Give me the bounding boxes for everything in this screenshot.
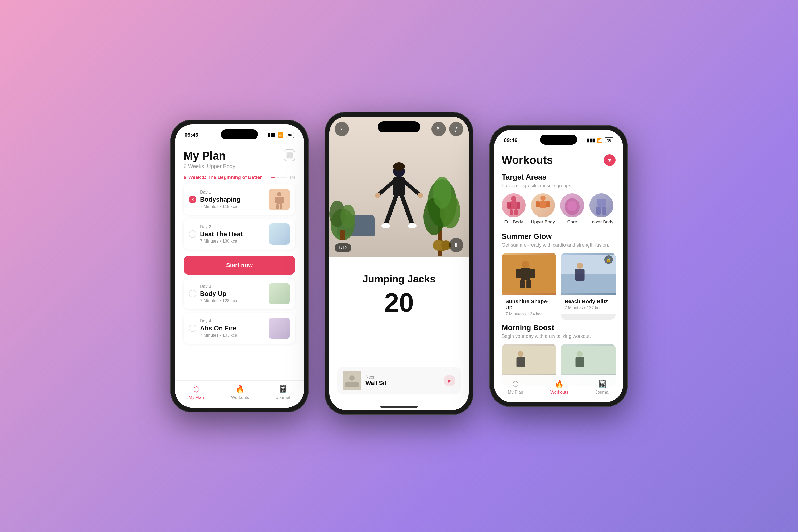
workout-sunshine[interactable]: Sunshine Shape-Up 7 Minutes • 134 kcal — [502, 253, 556, 320]
core-circle — [560, 193, 584, 217]
day-thumb-4 — [269, 318, 290, 339]
wifi-icon: 📶 — [278, 132, 284, 138]
day-thumb-1 — [269, 189, 290, 210]
svg-rect-58 — [575, 269, 585, 281]
sunshine-info: Sunshine Shape-Up 7 Minutes • 134 kcal — [502, 295, 556, 320]
workouts-tab-icon-1: 🔥 — [235, 385, 245, 394]
dynamic-island-2 — [378, 121, 420, 132]
core-label: Core — [567, 220, 577, 225]
day-thumb-3 — [269, 283, 290, 304]
tab-workouts-3[interactable]: 🔥 Workouts — [550, 380, 568, 395]
workouts-header: Workouts ♥ — [502, 154, 615, 167]
sunshine-img — [502, 253, 556, 295]
svg-rect-31 — [345, 382, 359, 387]
battery-icon-3: 96 — [605, 137, 613, 144]
phone-myplan: 09:46 ▮▮▮ 📶 96 My Plan ⬜ 6 Weeks: Upper … — [170, 120, 308, 412]
next-exercise[interactable]: Next Wall Sit ▶ — [337, 367, 461, 394]
next-info: Next Wall Sit — [365, 375, 439, 386]
signal-icon: ▮▮▮ — [268, 132, 276, 138]
svg-rect-6 — [280, 204, 283, 209]
tab-journal-1[interactable]: 📓 Journal — [276, 385, 290, 400]
day-check-1: ✕ — [189, 196, 196, 203]
svg-rect-10 — [341, 230, 345, 241]
day-meta-4: 7 Minutes • 103 kcal — [200, 333, 269, 338]
pause-button[interactable]: ⏸ — [449, 238, 463, 252]
tab-workouts-1[interactable]: 🔥 Workouts — [231, 385, 249, 400]
tab-myplan-label-1: My Plan — [189, 395, 204, 400]
next-play-button[interactable]: ▶ — [444, 375, 455, 386]
sunshine-name: Sunshine Shape-Up — [506, 299, 553, 311]
exercise-name: Jumping Jacks — [363, 273, 436, 285]
plan-subtitle: 6 Weeks: Upper Body — [184, 163, 295, 169]
refresh-button[interactable]: ↻ — [432, 122, 446, 136]
lowerbody-label: Lower Body — [589, 220, 613, 225]
tab-journal-3[interactable]: 📓 Journal — [595, 380, 609, 395]
day-name-3: Body Up — [200, 290, 269, 298]
svg-point-9 — [341, 205, 355, 228]
day-name-2: Beat The Heat — [200, 230, 269, 238]
target-upperbody[interactable]: Upper Body — [531, 193, 555, 225]
svg-point-28 — [408, 223, 417, 228]
thumb-abs — [269, 318, 290, 339]
myplan-header: My Plan ⬜ — [184, 150, 295, 162]
workout-beach[interactable]: 🔒 Beach Body Blitz 7 Minutes • 132 kcal — [561, 253, 615, 320]
day-card-1[interactable]: ✕ Day 1 Bodyshaping 7 Minutes • 118 kcal — [184, 184, 295, 215]
heart-icon[interactable]: ♥ — [604, 154, 615, 166]
target-core[interactable]: Core — [560, 193, 584, 225]
target-lowerbody[interactable]: Lower Body — [589, 193, 613, 225]
tab-workouts-label-3: Workouts — [550, 390, 568, 395]
settings-icon[interactable]: ⬜ — [284, 150, 295, 161]
plant-left — [329, 187, 356, 242]
info-button[interactable]: ƒ — [449, 122, 463, 136]
next-name: Wall Sit — [365, 380, 439, 386]
thumb-bodyup — [269, 283, 290, 304]
back-button[interactable]: ‹ — [335, 122, 349, 136]
tab-myplan-1[interactable]: ⬡ My Plan — [189, 385, 204, 400]
day-info-2: Day 2 Beat The Heat 7 Minutes • 130 kcal — [200, 225, 269, 244]
svg-rect-20 — [393, 177, 405, 196]
upperbody-label: Upper Body — [531, 220, 555, 225]
day-circle-3 — [189, 290, 196, 298]
week-dot — [184, 176, 186, 179]
svg-point-44 — [567, 201, 577, 211]
wifi-icon-3: 📶 — [597, 137, 603, 143]
day-card-3[interactable]: Day 3 Body Up 7 Minutes • 128 kcal — [184, 278, 295, 309]
svg-rect-41 — [536, 201, 540, 207]
workout-figure — [373, 155, 425, 258]
day-thumb-2 — [269, 224, 290, 245]
day-circle-4 — [189, 324, 196, 332]
week-header: Week 1: The Beginning of Better 1/4 — [184, 175, 295, 180]
svg-rect-62 — [561, 345, 615, 374]
svg-rect-38 — [514, 209, 518, 215]
myplan-tab-icon-3: ⬡ — [512, 380, 519, 388]
fullbody-circle — [502, 193, 526, 217]
svg-rect-3 — [274, 197, 277, 203]
day-card-2[interactable]: Day 2 Beat The Heat 7 Minutes • 130 kcal — [184, 218, 295, 249]
progress-fill — [271, 177, 275, 178]
tab-bar-3: ⬡ My Plan 🔥 Workouts 📓 Journal — [494, 375, 623, 402]
svg-rect-4 — [281, 197, 284, 203]
svg-rect-35 — [507, 202, 511, 209]
day-card-4[interactable]: Day 4 Abs On Fire 7 Minutes • 103 kcal — [184, 313, 295, 344]
sunshine-meta: 7 Minutes • 134 kcal — [506, 312, 553, 317]
svg-point-63 — [577, 351, 583, 357]
tab-myplan-3[interactable]: ⬡ My Plan — [508, 380, 523, 395]
myplan-content: My Plan ⬜ 6 Weeks: Upper Body Week 1: Th… — [175, 143, 304, 354]
workouts-content: Workouts ♥ Target Areas Focus on specifi… — [494, 148, 623, 402]
battery-icon: 96 — [286, 132, 294, 138]
svg-rect-54 — [527, 280, 531, 288]
myplan-tab-icon: ⬡ — [193, 385, 200, 394]
target-fullbody[interactable]: Full Body — [502, 193, 526, 225]
progress-bar — [271, 177, 287, 178]
svg-point-27 — [381, 223, 390, 228]
phone-player: ‹ ↻ ƒ 1/12 ⏸ Jumping Jacks 20 — [324, 112, 474, 415]
svg-point-57 — [577, 263, 583, 269]
morning-boost-sub: Begin your day with a revitalizing worko… — [502, 334, 615, 339]
start-now-button[interactable]: Start now — [184, 256, 295, 274]
lowerbody-circle — [589, 193, 613, 217]
tab-myplan-label-3: My Plan — [508, 390, 523, 395]
week-label: Week 1: The Beginning of Better — [184, 175, 262, 180]
day-info-3: Day 3 Body Up 7 Minutes • 128 kcal — [200, 284, 269, 303]
day-meta-3: 7 Minutes • 128 kcal — [200, 299, 269, 303]
svg-rect-34 — [510, 201, 517, 209]
